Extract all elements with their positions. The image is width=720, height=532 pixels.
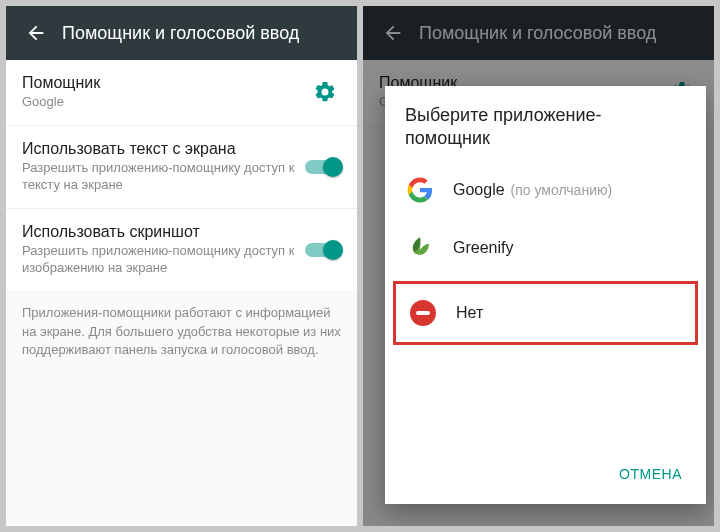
assistant-settings-button[interactable] <box>309 80 341 104</box>
row-use-screenshot[interactable]: Использовать скриншот Разрешить приложен… <box>6 208 357 291</box>
none-icon <box>408 298 438 328</box>
use-screenshot-toggle[interactable] <box>305 240 341 260</box>
leaf-icon <box>407 235 433 261</box>
switch-thumb <box>323 157 343 177</box>
left-pane: Помощник и голосовой ввод Помощник Googl… <box>6 6 357 526</box>
row-subtitle: Разрешить приложению-помощнику доступ к … <box>22 243 305 277</box>
gear-icon <box>313 80 337 104</box>
option-greenify[interactable]: Greenify <box>385 219 706 277</box>
option-label: Google <box>453 181 505 199</box>
option-google[interactable]: Google (по умолчанию) <box>385 161 706 219</box>
google-icon <box>405 175 435 205</box>
appbar-title: Помощник и голосовой ввод <box>62 23 299 44</box>
back-button[interactable] <box>18 15 54 51</box>
appbar: Помощник и голосовой ввод <box>6 6 357 60</box>
right-pane: Помощник и голосовой ввод Помощник G Выб… <box>363 6 714 526</box>
row-title: Использовать скриншот <box>22 223 305 241</box>
use-text-toggle[interactable] <box>305 157 341 177</box>
dialog-title: Выберите приложение-помощник <box>385 86 706 161</box>
greenify-icon <box>405 233 435 263</box>
row-subtitle: Разрешить приложению-помощнику доступ к … <box>22 160 305 194</box>
option-none[interactable]: Нет <box>393 281 698 345</box>
row-title: Использовать текст с экрана <box>22 140 305 158</box>
dialog-actions: ОТМЕНА <box>385 448 706 504</box>
option-label: Нет <box>456 304 483 322</box>
minus-circle-icon <box>410 300 436 326</box>
row-use-text[interactable]: Использовать текст с экрана Разрешить пр… <box>6 125 357 208</box>
cancel-button[interactable]: ОТМЕНА <box>609 458 692 490</box>
option-label: Greenify <box>453 239 513 257</box>
row-assistant[interactable]: Помощник Google <box>6 60 357 125</box>
arrow-left-icon <box>25 22 47 44</box>
switch-thumb <box>323 240 343 260</box>
assistant-picker-dialog: Выберите приложение-помощник Google (по … <box>385 86 706 504</box>
settings-list: Помощник Google Использовать текст с экр… <box>6 60 357 526</box>
row-subtitle: Google <box>22 94 309 111</box>
footer-note: Приложения-помощники работают с информац… <box>6 290 357 373</box>
google-logo-icon <box>407 177 433 203</box>
row-title: Помощник <box>22 74 309 92</box>
option-hint: (по умолчанию) <box>511 182 613 198</box>
